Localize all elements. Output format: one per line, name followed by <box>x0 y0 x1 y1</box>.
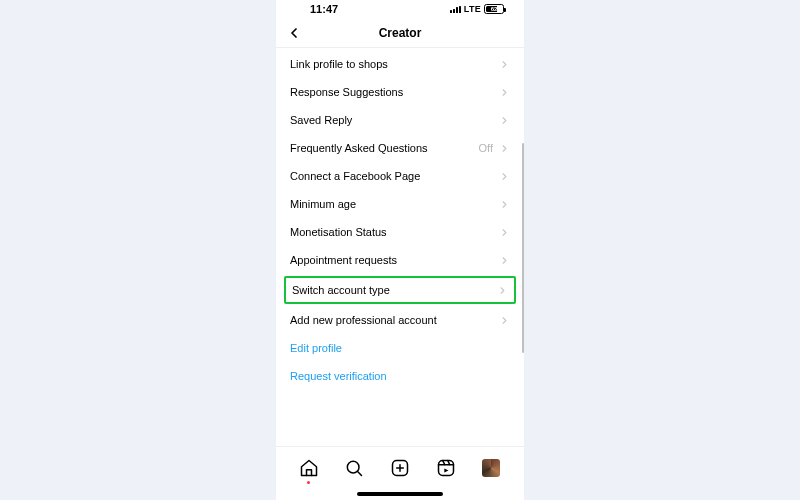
row-label: Monetisation Status <box>290 226 387 238</box>
header: Creator <box>276 18 524 48</box>
row-label: Link profile to shops <box>290 58 388 70</box>
reels-icon <box>436 458 456 478</box>
row-label: Add new professional account <box>290 314 437 326</box>
nav-search[interactable] <box>341 455 367 481</box>
settings-row[interactable]: Monetisation Status <box>276 218 524 246</box>
svg-rect-5 <box>438 460 453 475</box>
row-right <box>499 171 510 182</box>
chevron-right-icon <box>499 199 510 210</box>
page-title: Creator <box>379 26 422 40</box>
row-label: Connect a Facebook Page <box>290 170 420 182</box>
svg-line-1 <box>358 471 362 475</box>
chevron-right-icon <box>499 171 510 182</box>
row-right <box>499 87 510 98</box>
chevron-right-icon <box>499 87 510 98</box>
chevron-left-icon <box>286 25 302 41</box>
avatar <box>482 459 500 477</box>
row-status: Off <box>479 142 493 154</box>
row-right <box>499 59 510 70</box>
settings-row[interactable]: Add new professional account <box>276 306 524 334</box>
settings-row[interactable]: Saved Reply <box>276 106 524 134</box>
home-icon <box>299 458 319 478</box>
search-icon <box>344 458 364 478</box>
chevron-right-icon <box>499 255 510 266</box>
chevron-right-icon <box>499 143 510 154</box>
row-label: Frequently Asked Questions <box>290 142 428 154</box>
status-time: 11:47 <box>310 3 338 15</box>
settings-row[interactable]: Switch account type <box>284 276 516 304</box>
row-label: Switch account type <box>292 284 390 296</box>
chevron-right-icon <box>497 285 508 296</box>
row-right <box>497 285 508 296</box>
battery-icon: 62 <box>484 4 504 14</box>
chevron-right-icon <box>499 115 510 126</box>
home-indicator <box>276 488 524 500</box>
row-label: Saved Reply <box>290 114 352 126</box>
nav-create[interactable] <box>387 455 413 481</box>
chevron-right-icon <box>499 227 510 238</box>
cellular-signal-icon <box>450 5 461 13</box>
row-label: Minimum age <box>290 198 356 210</box>
row-label: Response Suggestions <box>290 86 403 98</box>
row-label: Appointment requests <box>290 254 397 266</box>
status-right: LTE 62 <box>450 4 504 14</box>
settings-row[interactable]: Link profile to shops <box>276 50 524 78</box>
settings-scroll[interactable]: Link profile to shopsResponse Suggestion… <box>276 48 524 446</box>
row-right: Off <box>479 142 510 154</box>
chevron-right-icon <box>499 315 510 326</box>
settings-link[interactable]: Request verification <box>276 362 524 390</box>
phone-frame: 11:47 LTE 62 Creator Link profile to sho… <box>276 0 524 500</box>
notification-dot <box>307 481 310 484</box>
settings-row[interactable]: Connect a Facebook Page <box>276 162 524 190</box>
plus-square-icon <box>390 458 410 478</box>
back-button[interactable] <box>282 21 306 45</box>
row-right <box>499 115 510 126</box>
status-bar: 11:47 LTE 62 <box>276 0 524 18</box>
row-right <box>499 255 510 266</box>
settings-row[interactable]: Minimum age <box>276 190 524 218</box>
nav-profile[interactable] <box>478 455 504 481</box>
settings-row[interactable]: Frequently Asked QuestionsOff <box>276 134 524 162</box>
nav-home[interactable] <box>296 455 322 481</box>
network-label: LTE <box>464 4 481 14</box>
row-right <box>499 227 510 238</box>
settings-link[interactable]: Edit profile <box>276 334 524 362</box>
bottom-nav <box>276 446 524 488</box>
nav-reels[interactable] <box>433 455 459 481</box>
settings-row[interactable]: Appointment requests <box>276 246 524 274</box>
chevron-right-icon <box>499 59 510 70</box>
settings-row[interactable]: Response Suggestions <box>276 78 524 106</box>
row-right <box>499 315 510 326</box>
scroll-indicator <box>522 143 524 353</box>
row-right <box>499 199 510 210</box>
settings-list: Link profile to shopsResponse Suggestion… <box>276 48 524 398</box>
